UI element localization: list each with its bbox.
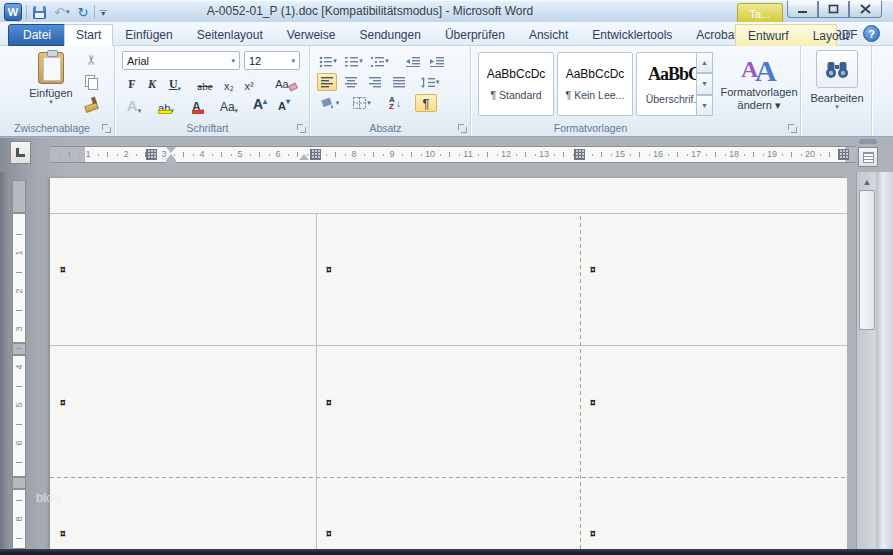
vertical-ruler[interactable]: 1234568 — [12, 180, 26, 549]
window-controls — [787, 1, 882, 18]
ruler-number: 15 — [610, 149, 630, 159]
binoculars-icon — [824, 59, 850, 79]
show-paragraph-marks-button[interactable]: ¶ — [415, 94, 437, 112]
view-ruler-toggle[interactable] — [858, 147, 878, 167]
ruler-icon — [863, 152, 874, 163]
shading-button[interactable]: ▾ — [317, 94, 343, 112]
cut-icon[interactable]: ✂ — [84, 54, 99, 65]
indent-marker-icon[interactable] — [166, 147, 176, 153]
dialog-launcher-icon[interactable] — [297, 124, 306, 133]
text-effects-button[interactable]: A ▾ — [122, 96, 146, 114]
italic-button[interactable]: K — [144, 74, 160, 92]
ruler-number: 18 — [724, 149, 744, 159]
ruler-tick — [525, 152, 526, 157]
grow-font-button[interactable]: A▴ — [250, 94, 270, 112]
tab-ansicht[interactable]: Ansicht — [517, 24, 580, 46]
horizontal-ruler[interactable]: 1234568910111213151617181920 — [0, 146, 893, 163]
underline-icon: U — [169, 77, 178, 92]
ruler-tick — [753, 152, 754, 157]
increase-indent-icon — [430, 56, 444, 67]
tab-einf-gen[interactable]: Einfügen — [113, 24, 184, 46]
tab-datei[interactable]: Datei — [8, 24, 66, 46]
ruler-dot — [782, 154, 783, 156]
table-column-marker-icon[interactable] — [838, 149, 849, 160]
borders-button[interactable]: ▾ — [349, 94, 375, 112]
multilevel-list-button[interactable]: ▾ — [369, 52, 391, 70]
scrollbar-thumb[interactable] — [859, 190, 875, 330]
ruler-tick — [16, 348, 22, 349]
ruler-number: 6 — [14, 437, 24, 449]
font-size-select[interactable]: 12 ▾ — [244, 51, 300, 70]
gallery-up-button[interactable]: ▲ — [696, 52, 713, 73]
superscript-button[interactable]: x² — [240, 74, 258, 92]
clear-formatting-button[interactable]: Aa — [274, 72, 298, 90]
change-case-icon: Aa — [220, 100, 235, 114]
table-column-marker-icon[interactable] — [146, 149, 157, 160]
align-right-button[interactable] — [365, 73, 385, 91]
gallery-down-button[interactable]: ▼ — [696, 73, 713, 94]
justify-button[interactable] — [389, 73, 409, 91]
bullets-button[interactable]: ▾ — [317, 52, 339, 70]
group-schriftart: Arial ▾ 12 ▾ F K U ▾ abe x₂ x² Aa A ▾ — [116, 46, 310, 136]
document-page[interactable]: ¤¤¤¤¤¤¤¤¤ — [50, 178, 847, 549]
tab-start[interactable]: Start — [64, 24, 113, 46]
grow-font-icon: A — [253, 96, 263, 112]
font-family-select[interactable]: Arial ▾ — [122, 51, 240, 70]
paste-button[interactable]: Einfügen ▾ — [24, 50, 78, 122]
align-center-button[interactable] — [341, 73, 361, 91]
tab-verweise[interactable]: Verweise — [275, 24, 348, 46]
format-painter-icon[interactable] — [84, 96, 98, 110]
bold-button[interactable]: F — [124, 74, 140, 92]
highlight-button[interactable]: ab ▾ — [152, 96, 180, 114]
style-gallery-scroll: ▲ ▼ ▼ — [696, 52, 713, 116]
group-formatvorlagen: AaBbCcDc¶ StandardAaBbCcDc¶ Kein Lee...A… — [471, 46, 801, 136]
gallery-more-button[interactable]: ▼ — [696, 95, 713, 116]
close-button[interactable] — [849, 1, 882, 18]
change-case-button[interactable]: Aa ▾ — [216, 96, 242, 114]
collapse-ribbon-icon[interactable]: ⌃ — [846, 28, 860, 40]
numbering-button[interactable]: ▾ — [343, 52, 365, 70]
vertical-scrollbar[interactable]: ▲ — [856, 172, 876, 549]
ruler-dot — [611, 154, 612, 156]
increase-indent-button[interactable] — [427, 52, 447, 70]
vertical-ruler-segment — [12, 343, 26, 355]
ruler-dot — [744, 154, 745, 156]
table-column-marker-icon[interactable] — [574, 149, 585, 160]
dialog-launcher-icon[interactable] — [788, 124, 797, 133]
decrease-indent-button[interactable] — [403, 52, 423, 70]
right-indent-marker-icon[interactable] — [299, 154, 309, 160]
copy-icon[interactable] — [85, 75, 97, 88]
clipboard-icon — [38, 52, 64, 84]
change-styles-button[interactable]: AA Formatvorlagen ändern ▾ — [718, 50, 800, 130]
strikethrough-button[interactable]: abe — [192, 74, 218, 92]
editing-button[interactable]: Bearbeiten ▾ — [811, 50, 863, 110]
dialog-launcher-icon[interactable] — [102, 124, 111, 133]
split-handle[interactable] — [859, 139, 877, 144]
group-label: Absatz — [311, 122, 460, 134]
table-tools-header[interactable]: Ta... — [737, 3, 783, 23]
tab-berpr-fen[interactable]: Überprüfen — [433, 24, 517, 46]
tab-sendungen[interactable]: Sendungen — [347, 24, 432, 46]
help-button[interactable]: ? — [863, 25, 880, 42]
sort-button[interactable]: AZ ↓ — [383, 94, 407, 112]
dialog-launcher-icon[interactable] — [458, 124, 467, 133]
minimize-button[interactable] — [787, 1, 818, 18]
tab-seitenlayout[interactable]: Seitenlayout — [185, 24, 275, 46]
table-column-marker-icon[interactable] — [310, 149, 321, 160]
ruler-tick — [677, 152, 678, 157]
align-left-button[interactable] — [317, 73, 337, 91]
ruler-tick — [16, 462, 22, 463]
ruler-dot — [592, 154, 593, 156]
style-card-standard[interactable]: AaBbCcDc¶ Standard — [478, 52, 554, 116]
scroll-up-icon[interactable]: ▲ — [860, 176, 874, 188]
tab-entwicklertools[interactable]: Entwicklertools — [580, 24, 684, 46]
line-spacing-button[interactable]: ▾ — [417, 73, 443, 91]
underline-button[interactable]: U ▾ — [164, 74, 186, 92]
left-indent-marker-icon[interactable] — [166, 160, 176, 163]
restore-button[interactable] — [818, 1, 849, 18]
font-color-button[interactable]: A ▾ — [186, 96, 210, 114]
subscript-button[interactable]: x₂ — [220, 74, 238, 92]
style-card-kein-lee[interactable]: AaBbCcDc¶ Kein Lee... — [557, 52, 633, 116]
tab-entwurf[interactable]: Entwurf — [736, 25, 801, 46]
shrink-font-button[interactable]: A▾ — [274, 94, 294, 112]
